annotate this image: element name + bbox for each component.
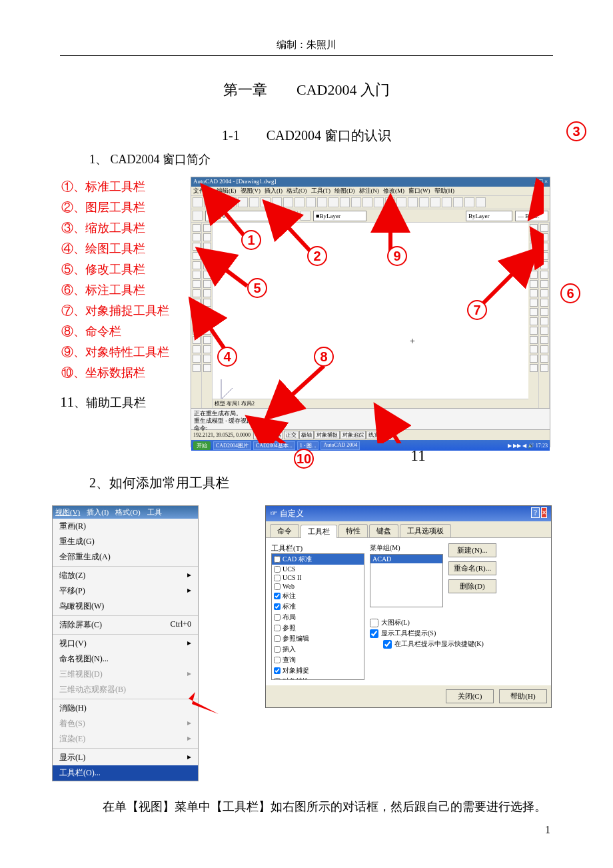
close-button[interactable]: 关闭(C) (446, 689, 494, 703)
menu-item[interactable]: 清除屏幕(C)Ctrl+0 (53, 617, 198, 633)
chapter-title: 第一章 CAD2004 入门 (60, 80, 553, 100)
toolbar-list-item[interactable]: 布局 (272, 612, 364, 623)
dialog-tab[interactable]: 工具栏 (301, 525, 337, 538)
annotation-6: 6 (560, 283, 580, 303)
menu-item[interactable]: 工具栏(O)... (53, 765, 198, 781)
toolbar-listbox[interactable]: CAD 标准UCSUCS IIWeb标注标准布局参照参照编辑插入查询对象捕捉对象… (271, 553, 364, 680)
instruction-text: 在单【视图】菜单中【工具栏】如右图所示的对话框，然后跟自己的需要进行选择。 (103, 797, 553, 816)
page-header: 编制：朱照川 (60, 39, 553, 56)
dialog-tabs: 命令工具栏特性键盘工具选项板 (266, 521, 551, 538)
toolbar-list-item[interactable]: 插入 (272, 644, 364, 655)
legend-item: ①、标准工具栏 (61, 177, 180, 197)
annotation-10: 10 (294, 449, 314, 469)
customize-dialog-screenshot: ☞ 自定义 ?× 命令工具栏特性键盘工具选项板 工具栏(T) CAD 标准UCS… (265, 505, 552, 708)
toolbar-list-item[interactable]: Web (272, 582, 364, 591)
large-icons-checkbox[interactable]: 大图标(L) (370, 618, 546, 627)
legend-item: ⑩、坐标数据栏 (61, 363, 180, 383)
aux-toolbar-item: 11、辅助工具栏 (60, 393, 180, 411)
toolbar-list-item[interactable]: 标准 (272, 601, 364, 612)
menu-item[interactable]: 三维动态观察器(B) (53, 682, 198, 697)
toolbar-list-item[interactable]: 对象捕捉 (272, 665, 364, 676)
legend-item: ③、缩放工具栏 (61, 218, 180, 238)
new-button[interactable]: 新建(N)... (448, 543, 496, 557)
menu-item[interactable]: 三维视图(D)▸ (53, 667, 198, 682)
toolbar-list-item[interactable]: UCS II (272, 573, 364, 582)
ss-status-bar: 192.2121, 39.0525, 0.0000 捕捉栅格正交极轴对象捕捉对象… (191, 429, 550, 440)
toolbar-list-item[interactable]: 查询 (272, 655, 364, 665)
delete-button[interactable]: 删除(D) (448, 579, 496, 593)
view-menu-screenshot: 视图(V)插入(I)格式(O)工具 重画(R)重生成(G)全部重生成(A)缩放(… (52, 505, 199, 781)
menu-item[interactable]: 显示(L)▸ (53, 750, 198, 765)
menu-item[interactable]: 消隐(H) (53, 701, 198, 716)
autocad-screenshot: AutoCAD 2004 - [Drawing1.dwg]_ □ × 文件(F)… (191, 177, 550, 447)
menu-item[interactable]: 平移(P)▸ (53, 583, 198, 599)
legend-item: ⑨、对象特性工具栏 (61, 342, 180, 362)
ss-dim-toolbar (539, 223, 550, 408)
legend-item: ⑦、对象捕捉工具栏 (61, 301, 180, 321)
ss-command-line: 正在重生成布局。 重生成模型 - 缓存视口。 命令: (191, 408, 550, 429)
section-title: 1-1 CAD2004 窗口的认识 (60, 127, 553, 145)
dialog-titlebar: ☞ 自定义 ?× (266, 506, 551, 521)
menu-item[interactable]: 缩放(Z)▸ (53, 568, 198, 583)
show-tips-checkbox[interactable]: 显示工具栏提示(S) (370, 629, 546, 638)
ss-modify-toolbar (528, 223, 539, 408)
legend-item: ⑤、修改工具栏 (61, 259, 180, 279)
menu-item[interactable]: 鸟瞰视图(W) (53, 599, 198, 614)
close-icon[interactable]: × (541, 507, 547, 518)
ss-draw-toolbar (191, 223, 202, 408)
heading-1: 1、 CAD2004 窗口简介 (89, 151, 553, 167)
ss-canvas: + 模型 布局1 布局2 (213, 223, 528, 408)
menu-item[interactable]: 命名视图(N)... (53, 651, 198, 667)
toolbar-list-item[interactable]: 标注 (272, 591, 364, 601)
legend-item: ⑧、命令栏 (61, 321, 180, 341)
legend-item: ④、绘图工具栏 (61, 239, 180, 259)
ss-menubar: 文件(F)编辑(E)视图(V)插入(I)格式(O)工具(T)绘图(D)标注(N)… (191, 187, 550, 196)
ss-titlebar: AutoCAD 2004 - [Drawing1.dwg]_ □ × (191, 177, 550, 187)
page-number: 1 (545, 824, 550, 836)
dialog-tab[interactable]: 键盘 (369, 524, 398, 537)
toolbar-list-item[interactable]: UCS (272, 565, 364, 573)
toolbar-legend: ①、标准工具栏②、图层工具栏③、缩放工具栏④、绘图工具栏⑤、修改工具栏⑥、标注工… (61, 177, 180, 383)
toolbar-list-item[interactable]: 参照 (272, 623, 364, 633)
menu-item[interactable]: 着色(S)▸ (53, 716, 198, 731)
ss-draw-toolbar-2 (202, 223, 213, 408)
toolbar-list-item[interactable]: 参照编辑 (272, 633, 364, 644)
ss-layer-toolbar: 💡🔒 0 ■ ByLayer ByLayer — ByL.. (191, 209, 550, 223)
heading-2: 2、如何添加常用工具栏 (89, 474, 553, 492)
menu-item[interactable]: 重画(R) (53, 519, 198, 534)
rename-button[interactable]: 重命名(R)... (448, 561, 496, 575)
ss-standard-toolbar (191, 196, 550, 209)
ss-taskbar: 开始 CAD2004图片CAD2004基本...1 - 图...AutoCAD … (191, 440, 550, 451)
legend-item: ⑥、标注工具栏 (61, 280, 180, 300)
toolbar-list-item[interactable]: 对象特性 (272, 676, 364, 680)
dialog-tab[interactable]: 特性 (338, 524, 368, 537)
annotation-3: 3 (566, 121, 586, 141)
menu-item[interactable]: 渲染(E)▸ (53, 731, 198, 747)
menu-item[interactable]: 重生成(G) (53, 534, 198, 549)
menu-group-listbox[interactable]: ACAD (370, 554, 443, 607)
toolbar-list-item[interactable]: CAD 标准 (272, 554, 364, 565)
menu-item[interactable]: 全部重生成(A) (53, 549, 198, 565)
show-shortcut-checkbox[interactable]: 在工具栏提示中显示快捷键(K) (383, 639, 546, 649)
legend-item: ②、图层工具栏 (61, 197, 180, 217)
menu-item[interactable]: 视口(V)▸ (53, 636, 198, 651)
help-button[interactable]: 帮助(H) (499, 689, 547, 703)
dialog-tab[interactable]: 工具选项板 (400, 524, 451, 537)
dialog-tab[interactable]: 命令 (270, 524, 299, 537)
